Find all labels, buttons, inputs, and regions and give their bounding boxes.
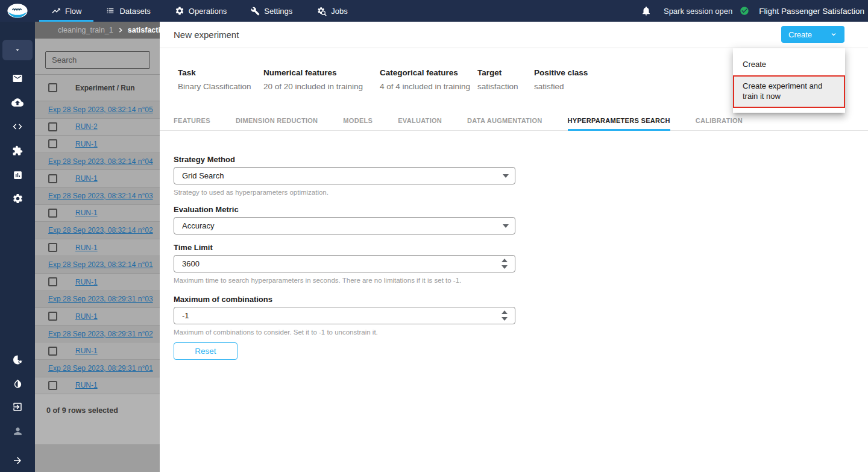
spinner-down-icon[interactable] [502, 265, 508, 269]
row-checkbox[interactable] [48, 347, 57, 356]
run-row[interactable]: RUN-1 [35, 239, 160, 257]
menu-item-create[interactable]: Create [733, 53, 845, 75]
experiment-link[interactable]: Exp 28 Sep 2023, 08:32:14 n°02 [48, 226, 153, 234]
time-limit-input[interactable] [174, 256, 488, 272]
notifications-bell-icon[interactable] [641, 5, 652, 16]
create-button[interactable]: Create [781, 26, 844, 43]
max-combinations-input[interactable] [174, 307, 488, 324]
experiment-link[interactable]: Exp 28 Sep 2023, 08:29:31 n°02 [48, 330, 153, 338]
evaluation-metric-select[interactable]: Accuracy [174, 217, 515, 234]
experiment-row[interactable]: Exp 28 Sep 2023, 08:32:14 n°05 [35, 101, 160, 119]
row-checkbox[interactable] [48, 139, 57, 148]
experiment-link[interactable]: Exp 28 Sep 2023, 08:29:31 n°03 [48, 295, 153, 303]
summary-numerical-features: Numerical features 20 of 20 included in … [263, 68, 363, 91]
run-link[interactable]: RUN-1 [75, 312, 98, 321]
bar-chart-icon[interactable] [10, 168, 25, 182]
nav-item-settings[interactable]: Settings [239, 0, 304, 22]
nav-item-jobs[interactable]: Jobs [304, 0, 359, 22]
max-combinations-label: Maximum of combinations [174, 295, 272, 304]
search-input[interactable] [45, 51, 150, 69]
run-row[interactable]: RUN-2 [35, 119, 160, 136]
reset-button[interactable]: Reset [174, 342, 237, 360]
experiment-link[interactable]: Exp 28 Sep 2023, 08:32:14 n°05 [48, 105, 153, 114]
project-switcher[interactable] [2, 40, 33, 60]
logo-icon [7, 3, 28, 19]
run-link[interactable]: RUN-1 [75, 244, 98, 252]
tab-features[interactable]: FEATURES [174, 112, 210, 131]
tab-models[interactable]: MODELS [343, 112, 373, 131]
breadcrumb-current: satisfaction [128, 26, 160, 34]
row-checkbox[interactable] [48, 209, 57, 218]
spinner-up-icon[interactable] [502, 310, 508, 314]
nav-item-flow[interactable]: Flow [39, 0, 93, 22]
puzzle-icon[interactable] [10, 143, 25, 158]
row-checkbox[interactable] [48, 174, 57, 183]
evaluation-metric-value: Accuracy [182, 221, 214, 230]
code-icon[interactable] [10, 119, 25, 134]
tab-calibration[interactable]: CALIBRATION [696, 112, 743, 131]
summary-target: Target satisfaction [477, 68, 518, 91]
experiment-row[interactable]: Exp 28 Sep 2023, 08:32:14 n°04 [35, 153, 160, 171]
experiment-link[interactable]: Exp 28 Sep 2023, 08:32:14 n°04 [48, 157, 153, 166]
run-row[interactable]: RUN-1 [35, 308, 160, 326]
tab-data-augmentation[interactable]: DATA AUGMENTATION [467, 112, 542, 131]
topnav-right: Spark session open Flight Passenger Sati… [641, 0, 868, 22]
run-row[interactable]: RUN-1 [35, 377, 160, 395]
row-checkbox[interactable] [48, 277, 57, 286]
run-link[interactable]: RUN-1 [75, 209, 98, 217]
nav-item-label: Settings [264, 7, 292, 16]
create-dropdown-menu: Create Create experiment and train it no… [733, 48, 845, 113]
max-combinations-help: Maximum of combinations to consider. Set… [174, 329, 378, 336]
breadcrumb-parent[interactable]: cleaning_train_1 [58, 26, 113, 34]
row-checkbox[interactable] [48, 381, 57, 390]
summary-categorical-features: Categorical features 4 of 4 included in … [380, 68, 470, 91]
run-link[interactable]: RUN-2 [75, 122, 98, 131]
settings-gear-icon[interactable] [10, 191, 25, 206]
user-icon[interactable] [10, 424, 25, 438]
run-link[interactable]: RUN-1 [75, 381, 98, 389]
experiment-row[interactable]: Exp 28 Sep 2023, 08:29:31 n°01 [35, 360, 160, 377]
experiment-link[interactable]: Exp 28 Sep 2023, 08:32:14 n°01 [48, 260, 153, 269]
menu-item-create-and-train[interactable]: Create experiment and train it now [733, 75, 845, 108]
select-all-checkbox[interactable] [48, 83, 57, 92]
run-row[interactable]: RUN-1 [35, 170, 160, 187]
saagie-logo[interactable] [0, 0, 35, 22]
spinner-up-icon[interactable] [502, 259, 508, 262]
tab-dimension-reduction[interactable]: DIMENSION REDUCTION [236, 112, 318, 131]
mail-icon[interactable] [10, 71, 25, 86]
row-checkbox[interactable] [48, 122, 57, 131]
nav-item-datasets[interactable]: Datasets [93, 0, 162, 22]
run-link[interactable]: RUN-1 [75, 347, 98, 355]
cloud-upload-icon[interactable] [10, 95, 25, 110]
experiment-row[interactable]: Exp 28 Sep 2023, 08:29:31 n°03 [35, 291, 160, 309]
arrow-right-icon[interactable] [10, 453, 25, 468]
run-link[interactable]: RUN-1 [75, 174, 98, 183]
run-row[interactable]: RUN-1 [35, 136, 160, 153]
trending-up-icon [51, 6, 61, 16]
experiment-row[interactable]: Exp 28 Sep 2023, 08:32:14 n°03 [35, 187, 160, 205]
row-checkbox[interactable] [48, 312, 57, 321]
donut-pie-icon[interactable] [10, 352, 25, 367]
experiment-row[interactable]: Exp 28 Sep 2023, 08:29:31 n°02 [35, 326, 160, 343]
run-row[interactable]: RUN-1 [35, 205, 160, 222]
run-row[interactable]: RUN-1 [35, 274, 160, 291]
experiment-link[interactable]: Exp 28 Sep 2023, 08:32:14 n°03 [48, 192, 153, 200]
experiment-row[interactable]: Exp 28 Sep 2023, 08:32:14 n°02 [35, 222, 160, 239]
tab-hyperparameters-search[interactable]: HYPERPARAMETERS SEARCH [568, 112, 670, 131]
run-link[interactable]: RUN-1 [75, 278, 98, 286]
experiment-row[interactable]: Exp 28 Sep 2023, 08:32:14 n°01 [35, 256, 160, 274]
spinner-down-icon[interactable] [502, 317, 508, 321]
tab-evaluation[interactable]: EVALUATION [398, 112, 442, 131]
nav-item-operations[interactable]: Operations [163, 0, 239, 22]
top-nav: Flow Datasets Operations Settings [0, 0, 868, 22]
row-checkbox[interactable] [48, 243, 57, 252]
gear-search-icon [316, 6, 327, 16]
exit-icon[interactable] [10, 400, 25, 414]
list-header-label: Experiment / Run [75, 84, 135, 92]
run-link[interactable]: RUN-1 [75, 140, 98, 148]
run-row[interactable]: RUN-1 [35, 342, 160, 360]
invert-colors-icon[interactable] [10, 376, 25, 391]
strategy-method-select[interactable]: Grid Search [174, 167, 515, 184]
create-button-label: Create [788, 30, 812, 39]
experiment-link[interactable]: Exp 28 Sep 2023, 08:29:31 n°01 [48, 364, 153, 373]
